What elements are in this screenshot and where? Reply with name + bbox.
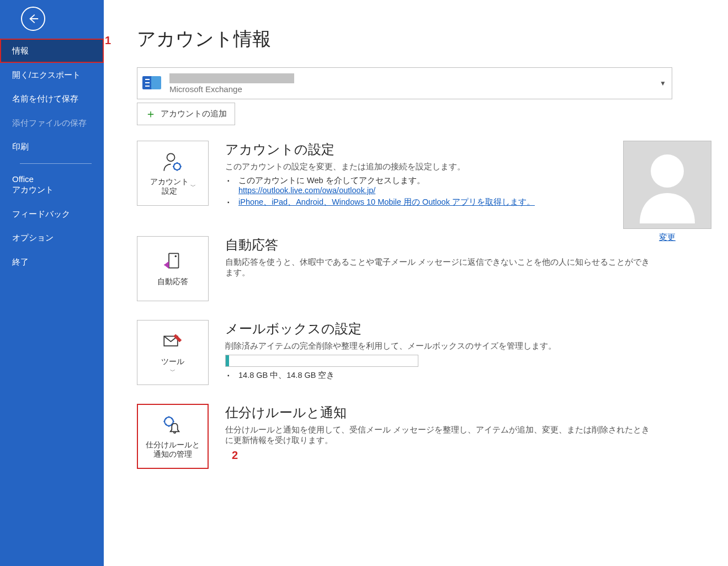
auto-reply-desc: 自動応答を使うと、休暇中であることや電子メール メッセージに返信できないことを他… <box>225 257 656 278</box>
storage-bar <box>225 355 418 367</box>
mailbox-settings-title: メールボックスの設定 <box>225 320 656 338</box>
mobile-apps-link[interactable]: iPhone、iPad、Android、Windows 10 Mobile 用の… <box>238 197 535 206</box>
auto-reply-tile[interactable]: 自動応答 <box>137 236 209 301</box>
rules-alerts-desc: 仕分けルールと通知を使用して、受信メール メッセージを整理し、アイテムが追加、変… <box>225 425 656 446</box>
account-email-redacted <box>169 73 294 83</box>
arrow-left-icon <box>27 13 39 25</box>
account-settings-desc: このアカウントの設定を変更、または追加の接続を設定します。 <box>225 162 656 172</box>
tools-tile[interactable]: ツール﹀ <box>137 320 209 385</box>
nav-options[interactable]: オプション <box>0 226 104 250</box>
svg-rect-1 <box>151 76 161 89</box>
nav-save-as[interactable]: 名前を付けて保存 <box>0 87 104 111</box>
chevron-down-icon: ▼ <box>660 79 666 87</box>
nav-exit[interactable]: 終了 <box>0 250 104 274</box>
profile-avatar <box>623 141 711 229</box>
svg-rect-5 <box>169 254 179 268</box>
page-title: アカウント情報 <box>137 26 711 52</box>
svg-point-2 <box>167 153 175 161</box>
nav-office-account[interactable]: Office アカウント <box>0 167 104 202</box>
mailbox-settings-desc: 削除済みアイテムの完全削除や整理を利用して、メールボックスのサイズを管理します。 <box>225 341 656 351</box>
account-settings-tile-label: アカウント 設定 <box>150 177 189 196</box>
nav-open-export[interactable]: 開く/エクスポート <box>0 63 104 87</box>
auto-reply-title: 自動応答 <box>225 236 656 254</box>
chevron-down-icon: ﹀ <box>170 368 176 375</box>
back-button[interactable] <box>21 7 45 31</box>
nav-separator <box>20 163 92 164</box>
rules-bell-icon <box>161 414 184 437</box>
exchange-icon <box>141 72 163 95</box>
auto-reply-icon <box>161 250 184 274</box>
rules-alerts-title: 仕分けルールと通知 <box>225 404 656 421</box>
annotation-2: 2 <box>232 449 238 462</box>
account-settings-title: アカウントの設定 <box>225 141 656 158</box>
svg-point-6 <box>175 255 177 258</box>
user-gear-icon <box>161 151 184 174</box>
owa-link[interactable]: https://outlook.live.com/owa/outlook.jp/ <box>238 186 375 195</box>
storage-text: 14.8 GB 中、14.8 GB 空き <box>238 370 656 381</box>
plus-icon: ＋ <box>145 106 156 121</box>
rules-alerts-tile[interactable]: 仕分けルールと 通知の管理 <box>137 404 209 469</box>
svg-point-4 <box>651 154 684 188</box>
account-settings-tile[interactable]: アカウント 設定﹀ <box>137 141 209 206</box>
add-account-button[interactable]: ＋ アカウントの追加 <box>137 103 235 125</box>
tools-tile-label: ツール <box>161 357 184 367</box>
person-icon <box>634 146 700 223</box>
chevron-down-icon: ﹀ <box>190 183 196 190</box>
auto-reply-tile-label: 自動応答 <box>157 277 188 287</box>
rules-alerts-tile-label: 仕分けルールと 通知の管理 <box>146 440 200 460</box>
account-selector[interactable]: Microsoft Exchange ▼ <box>137 67 672 99</box>
nav-info[interactable]: 情報 <box>0 39 104 63</box>
nav-save-attachment: 添付ファイルの保存 <box>0 111 104 135</box>
add-account-label: アカウントの追加 <box>161 109 227 119</box>
nav-feedback[interactable]: フィードバック <box>0 202 104 226</box>
web-access-text: このアカウントに Web を介してアクセスします。 <box>238 176 425 185</box>
account-type: Microsoft Exchange <box>169 84 653 94</box>
mailbox-tools-icon <box>161 330 184 354</box>
annotation-1: 1 <box>105 34 111 47</box>
nav-print[interactable]: 印刷 <box>0 135 104 159</box>
